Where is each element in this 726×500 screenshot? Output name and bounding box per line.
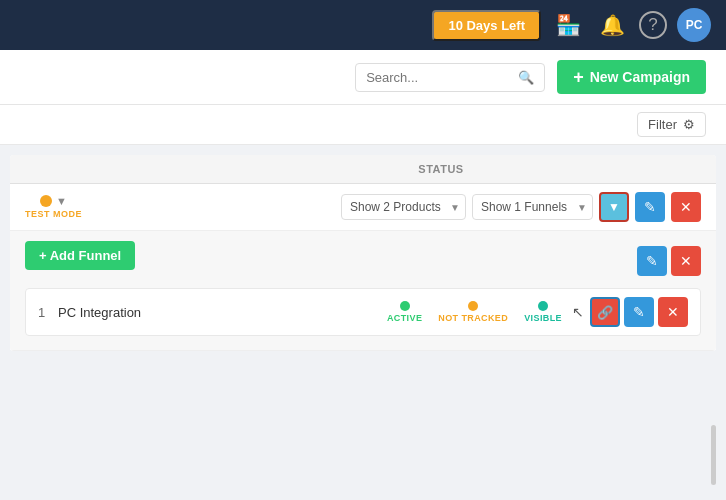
new-campaign-button[interactable]: + New Campaign bbox=[557, 60, 706, 94]
chevron-down-icon[interactable]: ▼ bbox=[56, 195, 67, 207]
dropdown-controls: Show 2 Products ▼ Show 1 Funnels ▼ ▼ ✎ ✕ bbox=[341, 192, 701, 222]
table-header: STATUS bbox=[10, 155, 716, 184]
table-area: STATUS ▼ TEST MODE bbox=[0, 145, 726, 361]
show-funnels-select[interactable]: Show 1 Funnels bbox=[472, 194, 593, 220]
funnel-statuses: ACTIVE NOT TRACKED VISIBLE bbox=[387, 301, 562, 323]
plus-icon: + bbox=[573, 68, 584, 86]
funnel-delete-button[interactable]: ✕ bbox=[658, 297, 688, 327]
funnel-status-tracked: NOT TRACKED bbox=[438, 301, 508, 323]
funnel-actions: 🔗 ✎ ✕ bbox=[590, 297, 688, 327]
campaign-row: ▼ TEST MODE Show 2 Products ▼ bbox=[10, 184, 716, 351]
funnel-status-active: ACTIVE bbox=[387, 301, 422, 323]
show-products-wrapper: Show 2 Products ▼ bbox=[341, 194, 466, 220]
campaign-delete-button[interactable]: ✕ bbox=[671, 192, 701, 222]
funnel-row: 1 PC Integration ACTIVE NOT TRACKED bbox=[25, 288, 701, 336]
search-icon: 🔍 bbox=[518, 70, 534, 85]
status-dot bbox=[40, 195, 52, 207]
funnels-section-delete-button[interactable]: ✕ bbox=[671, 246, 701, 276]
filter-label: Filter bbox=[648, 117, 677, 132]
filter-icon: ⚙ bbox=[683, 117, 695, 132]
active-dot bbox=[400, 301, 410, 311]
funnels-section: + Add Funnel ✎ ✕ 1 PC Integration ACTIVE bbox=[10, 230, 716, 350]
tracked-label: NOT TRACKED bbox=[438, 313, 508, 323]
cursor-icon: ↖ bbox=[572, 304, 584, 320]
funnel-link-button[interactable]: 🔗 bbox=[590, 297, 620, 327]
add-funnel-button[interactable]: + Add Funnel bbox=[25, 241, 135, 270]
campaign-status: ▼ TEST MODE bbox=[25, 195, 82, 219]
search-box: 🔍 bbox=[355, 63, 545, 92]
funnel-number: 1 bbox=[38, 305, 58, 320]
status-column-header: STATUS bbox=[381, 163, 501, 175]
avatar[interactable]: PC bbox=[677, 8, 711, 42]
tracked-dot bbox=[468, 301, 478, 311]
bell-icon[interactable]: 🔔 bbox=[595, 8, 629, 42]
new-campaign-label: New Campaign bbox=[590, 69, 690, 85]
trial-button[interactable]: 10 Days Left bbox=[432, 10, 541, 41]
help-icon[interactable]: ? bbox=[639, 11, 667, 39]
filter-bar: Filter ⚙ bbox=[0, 105, 726, 145]
filter-button[interactable]: Filter ⚙ bbox=[637, 112, 706, 137]
campaign-edit-button[interactable]: ✎ bbox=[635, 192, 665, 222]
top-nav: 10 Days Left 🏪 🔔 ? PC bbox=[0, 0, 726, 50]
store-icon[interactable]: 🏪 bbox=[551, 8, 585, 42]
status-label: TEST MODE bbox=[25, 209, 82, 219]
active-label: ACTIVE bbox=[387, 313, 422, 323]
table-wrapper: STATUS ▼ TEST MODE bbox=[10, 155, 716, 351]
sub-nav: 🔍 + New Campaign bbox=[0, 50, 726, 105]
show-funnels-wrapper: Show 1 Funnels ▼ bbox=[472, 194, 593, 220]
campaign-main-row: ▼ TEST MODE Show 2 Products ▼ bbox=[10, 184, 716, 230]
scrollbar[interactable] bbox=[711, 425, 716, 485]
funnel-edit-button[interactable]: ✎ bbox=[624, 297, 654, 327]
funnel-name: PC Integration bbox=[58, 305, 387, 320]
show-products-select[interactable]: Show 2 Products bbox=[341, 194, 466, 220]
funnels-section-edit-button[interactable]: ✎ bbox=[637, 246, 667, 276]
dropdown-toggle-button[interactable]: ▼ bbox=[599, 192, 629, 222]
visible-label: VISIBLE bbox=[524, 313, 562, 323]
visible-dot bbox=[538, 301, 548, 311]
search-input[interactable] bbox=[366, 70, 514, 85]
funnel-status-visible: VISIBLE bbox=[524, 301, 562, 323]
